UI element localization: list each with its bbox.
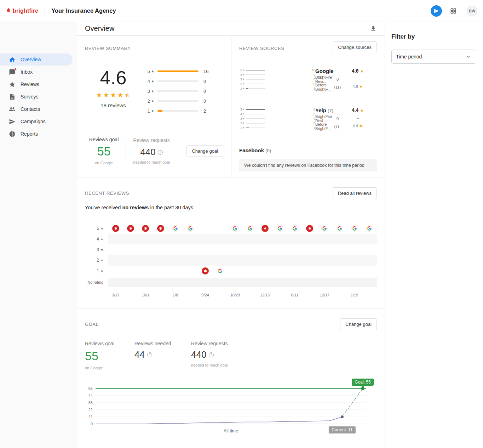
rating-bar (157, 80, 199, 82)
google-review-icon[interactable] (247, 225, 254, 232)
goal-metric-reviews-goal: Reviews goal55on Google (85, 341, 134, 370)
yelp-review-icon[interactable]: ✱ (261, 225, 269, 232)
main-content: Overview REVIEW SUMMARY 4.6 ★★★★★★ 18 re… (77, 22, 385, 448)
mini-rating-bar (246, 84, 265, 84)
google-review-icon[interactable] (231, 225, 238, 232)
avatar[interactable]: BW (467, 6, 477, 16)
yelp-review-icon[interactable]: ✱ (112, 225, 119, 232)
message-bold: no reviews (122, 205, 149, 210)
row-label-3-star: 3 ★ (85, 244, 108, 255)
star-icon: ★ (242, 126, 245, 129)
y-tick-label: 44 (88, 393, 93, 398)
google-review-icon[interactable] (351, 225, 358, 232)
sidebar-item-campaigns[interactable]: Campaigns (0, 115, 73, 127)
sidebar-item-label: Overview (21, 57, 41, 62)
yelp-review-icon[interactable]: ✱ (127, 225, 134, 232)
rating-bar (157, 90, 199, 92)
source-sub-rating: -- (339, 116, 377, 123)
google-review-icon[interactable] (276, 225, 283, 232)
apps-grid-icon (450, 7, 457, 15)
sidebar-item-overview[interactable]: Overview (0, 53, 73, 66)
reviews-goal-sub: on Google (89, 161, 119, 165)
time-period-label: Time period (396, 54, 422, 59)
row-count: 2 (203, 108, 206, 114)
help-icon[interactable]: ? (209, 352, 214, 357)
sidebar-item-surveys[interactable]: Surveys (0, 91, 73, 103)
source-rating: 4.4 ★ (339, 107, 377, 115)
sidebar-item-label: Reviews (21, 81, 39, 87)
google-review-icon[interactable] (291, 225, 298, 232)
row-stars: 2 (146, 98, 150, 104)
goal-change-goal-button[interactable]: Change goal (340, 318, 377, 330)
apps-grid-button[interactable] (448, 5, 459, 17)
average-rating: 4.6 (85, 67, 142, 88)
chart-band (108, 266, 377, 276)
x-axis-label: 3/17 (112, 293, 119, 297)
google-review-icon[interactable] (366, 225, 373, 232)
change-goal-button[interactable]: Change goal (186, 145, 223, 157)
sidebar-item-contacts[interactable]: Contacts (0, 103, 73, 115)
change-sources-button[interactable]: Change sources (333, 41, 377, 53)
reviews-series-line (96, 417, 342, 424)
brightfire-logo[interactable]: brightfire (6, 7, 38, 15)
star-icon: ★ (242, 69, 245, 72)
row-label-2-star: 2 ★ (85, 255, 108, 266)
source-sub-rating: 4.4 ★ (339, 123, 377, 130)
source-name: Google (11) (315, 68, 339, 75)
facebook-count: (0) (265, 148, 271, 153)
review-requests-block: Review requests 440 ? needed to reach go… (129, 137, 174, 164)
mini-rating-bar (246, 88, 265, 89)
chart-x-axis: 3/1710/11/89/2410/2912/158/1112/171/19 (108, 287, 377, 299)
download-icon[interactable] (370, 25, 377, 32)
yelp-review-icon[interactable]: ✱ (142, 225, 149, 232)
x-axis-label: 8/11 (291, 293, 299, 297)
brand-name: brightfire (13, 8, 38, 14)
x-axis-label: 10/29 (230, 293, 240, 297)
time-period-select[interactable]: Time period (391, 50, 476, 64)
sidebar-item-inbox[interactable]: Inbox (0, 66, 73, 78)
y-tick-label: 22 (88, 408, 93, 412)
google-review-icon[interactable] (321, 225, 328, 232)
metric-value: 440 (191, 349, 206, 360)
review-source-facebook: Facebook (0) We couldn't find any review… (239, 147, 377, 171)
google-review-icon[interactable] (336, 225, 343, 232)
rating-breakdown-row-5: 5★16 (146, 69, 223, 74)
page-title: Overview (85, 24, 114, 33)
star-icon: ★ (100, 269, 103, 273)
source-sub-row: Before BrightF...(11) (315, 84, 339, 90)
yelp-review-icon[interactable]: ✱ (202, 267, 209, 274)
metric-sub: on Google (85, 366, 134, 370)
row-label-5-star: 5 ★ (85, 223, 108, 234)
google-review-icon[interactable] (217, 267, 224, 274)
chart-band (108, 244, 377, 255)
star-icon: ★ (151, 89, 154, 93)
agency-name: Your Insurance Agency (51, 7, 116, 14)
current-point (341, 415, 344, 418)
average-rating-stars: ★★★★★★ (85, 92, 142, 99)
filter-heading: Filter by (391, 33, 476, 40)
help-icon[interactable]: ? (147, 352, 152, 357)
filter-panel: Filter by Time period (385, 22, 483, 448)
google-review-icon[interactable] (172, 225, 179, 232)
yelp-review-icon[interactable]: ✱ (306, 225, 313, 232)
sidebar-item-label: Campaigns (21, 119, 46, 124)
star-icon: ★ (242, 73, 245, 76)
goal-metric-review-requests: Review requests440?needed to reach goal (191, 341, 228, 370)
yelp-review-icon[interactable]: ✱ (157, 225, 164, 232)
sidebar-item-reviews[interactable]: Reviews (0, 78, 73, 90)
read-all-reviews-button[interactable]: Read all reviews (333, 187, 377, 199)
chart-band (108, 234, 377, 244)
metric-label: Review requests (191, 341, 228, 346)
help-icon[interactable]: ? (158, 150, 163, 155)
star-icon: ★ (242, 83, 245, 85)
goal-heading: GOAL (85, 322, 99, 327)
review-summary-heading: REVIEW SUMMARY (85, 46, 223, 51)
sidebar-item-reports[interactable]: Reports (0, 128, 73, 140)
send-campaign-button[interactable] (431, 5, 442, 17)
star-icon: ★ (100, 248, 103, 251)
google-review-icon[interactable] (187, 225, 194, 232)
star-icon: ★ (359, 84, 363, 89)
rating-bar (157, 70, 199, 72)
mini-rating-bar (246, 79, 265, 80)
rating-breakdown-row-2: 2★0 (146, 98, 223, 104)
